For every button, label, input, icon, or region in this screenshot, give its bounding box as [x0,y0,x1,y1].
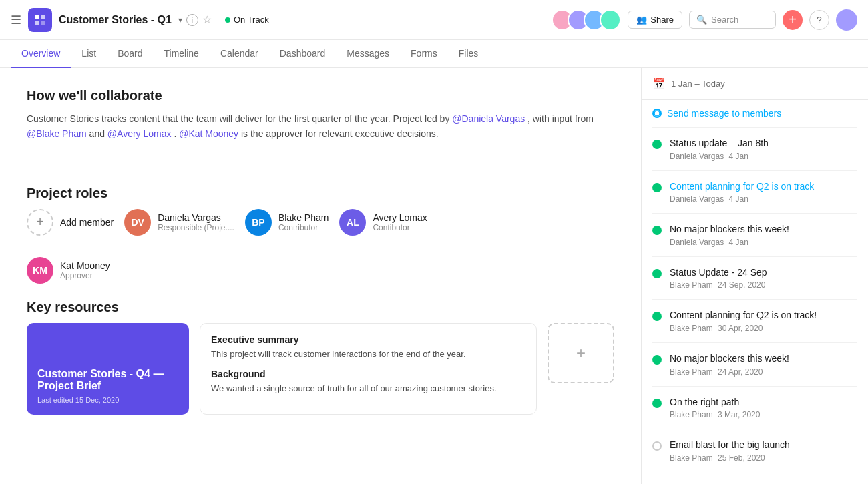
tab-board[interactable]: Board [107,40,153,68]
add-button[interactable]: + [783,10,803,30]
timeline-date: 25 Feb, 2020 [718,453,765,463]
tab-overview[interactable]: Overview [11,40,71,68]
timeline-author: Daniela Vargas [670,152,724,161]
timeline-item-meta: Daniela Vargas 4 Jan [670,194,857,204]
list-item: On the right path Blake Pham 3 Mar, 2020 [652,387,857,430]
app-icon [28,8,52,32]
role-info-blake: Blake Pham Contributor [278,212,329,232]
tab-messages[interactable]: Messages [336,40,400,68]
timeline-author: Daniela Vargas [670,194,724,204]
mention-avery[interactable]: @Avery Lomax [107,128,172,139]
mention-blake[interactable]: @Blake Pham [27,128,87,139]
timeline-item-title: Status update – Jan 8th [670,137,857,150]
timeline-item-title: No major blockers this week! [670,223,857,236]
tab-calendar[interactable]: Calendar [210,40,269,68]
timeline-item-meta: Daniela Vargas 4 Jan [670,238,857,247]
svg-rect-3 [41,21,45,25]
resource-card-purple[interactable]: Customer Stories - Q4 — Project Brief La… [27,323,189,415]
topbar: ☰ Customer Stories - Q1 ▾ i ☆ On Track [0,0,868,40]
avatar-blake: BP [245,209,272,236]
status-dot [225,17,230,23]
calendar-icon: 📅 [652,77,666,90]
roles-grid: + Add member DV Daniela Vargas Responsib… [27,209,614,284]
tab-forms[interactable]: Forms [400,40,448,68]
svg-rect-0 [35,15,39,19]
timeline-content: Status update – Jan 8th Daniela Vargas 4… [670,137,857,161]
star-icon[interactable]: ☆ [202,13,212,26]
timeline-item-title: On the right path [670,396,857,409]
mention-kat[interactable]: @Kat Mooney [179,128,238,139]
tab-list[interactable]: List [71,40,107,68]
tab-dashboard[interactable]: Dashboard [269,40,337,68]
role-name-kat: Kat Mooney [60,260,110,271]
timeline-dot [652,355,662,364]
list-item: Content planning for Q2 is on track! Bla… [652,300,857,343]
collaborate-desc: Customer Stories tracks content that the… [27,111,614,142]
timeline-item-title: Content planning for Q2 is on track! [670,309,857,322]
timeline-item-title[interactable]: Content planning for Q2 is on track [670,180,857,194]
role-label-daniela: Responsible (Proje.... [158,223,234,232]
timeline-dot [652,183,662,192]
svg-rect-2 [35,21,39,25]
timeline-item-meta: Blake Pham 24 Sep, 2020 [670,280,857,290]
resources-section: Key resources Customer Stories - Q4 — Pr… [27,300,614,415]
tab-files[interactable]: Files [448,40,489,68]
role-name-blake: Blake Pham [278,212,329,223]
add-member-label: Add member [60,217,114,228]
send-message-button[interactable]: Send message to members [667,108,781,119]
timeline-author: Blake Pham [670,453,713,463]
timeline-date: 30 Apr, 2020 [718,324,763,333]
dot-col [652,352,662,377]
list-item: Content planning for Q2 is on track Dani… [652,171,857,214]
roles-title: Project roles [27,186,614,201]
exec-summary-title: Executive summary [211,334,525,345]
topbar-right: 👥 Share 🔍 Search + ? [552,9,857,31]
timeline-date: 3 Mar, 2020 [718,410,760,419]
collaborate-section: How we'll collaborate Customer Stories t… [27,88,614,142]
tab-timeline[interactable]: Timeline [154,40,210,68]
share-button[interactable]: 👥 Share [628,11,682,29]
svg-rect-1 [41,15,45,19]
timeline-content: On the right path Blake Pham 3 Mar, 2020 [670,396,857,420]
desc-text-3: and [89,128,107,139]
timeline-content: Content planning for Q2 is on track! Bla… [670,309,857,333]
main: How we'll collaborate Customer Stories t… [0,68,868,484]
menu-icon[interactable]: ☰ [11,13,21,27]
timeline-item-meta: Daniela Vargas 4 Jan [670,152,857,161]
info-icon[interactable]: i [186,14,198,26]
timeline-item-title: No major blockers this week! [670,352,857,366]
resource-card-white: Executive summary This project will trac… [200,323,537,415]
timeline-dot [652,399,662,408]
search-box[interactable]: 🔍 Search [689,11,776,29]
list-item: Status Update - 24 Sep Blake Pham 24 Sep… [652,257,857,300]
avatars [552,9,621,31]
list-item: Status update – Jan 8th Daniela Vargas 4… [652,128,857,171]
chevron-down-icon[interactable]: ▾ [178,15,182,25]
timeline-content: No major blockers this week! Daniela Var… [670,223,857,247]
help-button[interactable]: ? [809,10,829,30]
desc-text-5: is the approver for relevant executive d… [241,128,439,139]
project-title: Customer Stories - Q1 [59,14,172,26]
timeline-content: Content planning for Q2 is on track Dani… [670,180,857,204]
search-icon: 🔍 [696,15,707,25]
timeline-date: 4 Jan [729,152,748,161]
role-name-daniela: Daniela Vargas [158,212,234,223]
add-resource-button[interactable]: + [548,323,614,383]
timeline-dot [652,140,662,149]
timeline-author: Daniela Vargas [670,238,724,247]
timeline-content: Status Update - 24 Sep Blake Pham 24 Sep… [670,266,857,290]
timeline-item-meta: Blake Pham 24 Apr, 2020 [670,367,857,377]
timeline-item-title: Status Update - 24 Sep [670,266,857,280]
nav-tabs: Overview List Board Timeline Calendar Da… [0,40,868,68]
list-item: No major blockers this week! Daniela Var… [652,214,857,257]
timeline-date: 24 Apr, 2020 [718,367,763,377]
add-member-item: + Add member [27,209,114,236]
timeline-content: No major blockers this week! Blake Pham … [670,352,857,377]
role-info-kat: Kat Mooney Approver [60,260,110,280]
mention-daniela[interactable]: @Daniela Vargas [452,113,525,124]
timeline-dot [652,312,662,321]
add-member-button[interactable]: + [27,209,53,236]
svg-point-4 [654,111,660,116]
user-avatar[interactable] [836,9,857,31]
avatar[interactable] [600,9,621,31]
